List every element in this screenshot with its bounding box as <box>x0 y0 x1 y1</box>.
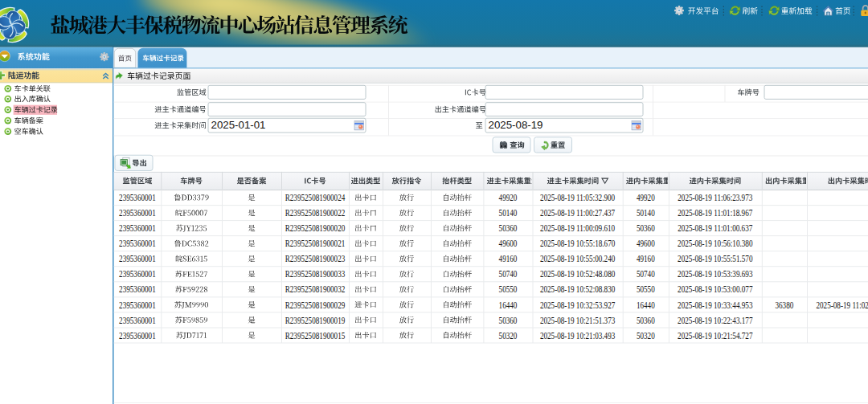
svg-text:2025-08-19 11:05:32.900: 2025-08-19 11:05:32.900 <box>540 192 615 203</box>
svg-text:2395360001: 2395360001 <box>119 329 156 341</box>
svg-text:50140: 50140 <box>499 207 518 218</box>
svg-text:50740: 50740 <box>637 268 655 280</box>
svg-text:50360: 50360 <box>499 222 518 234</box>
svg-text:2025-08-19 10:55:00.240: 2025-08-19 10:55:00.240 <box>540 253 615 264</box>
svg-text:2395360001: 2395360001 <box>119 284 156 295</box>
svg-text:2395360001: 2395360001 <box>119 299 156 310</box>
svg-text:R239525081900015: R239525081900015 <box>285 329 346 341</box>
svg-text:R239525081900020: R239525081900020 <box>285 222 346 234</box>
svg-text:50550: 50550 <box>499 284 518 295</box>
svg-text:50550: 50550 <box>637 284 655 295</box>
svg-text:2025-08-19 10:53:39.693: 2025-08-19 10:53:39.693 <box>678 268 752 280</box>
svg-text:R239525081900032: R239525081900032 <box>285 284 346 295</box>
svg-text:50140: 50140 <box>637 207 655 218</box>
svg-text:R239525081900022: R239525081900022 <box>285 207 346 218</box>
svg-text:49600: 49600 <box>499 238 518 249</box>
svg-text:R239525081900029: R239525081900029 <box>285 299 346 310</box>
svg-text:2025-08-19 10:56:10.380: 2025-08-19 10:56:10.380 <box>678 238 752 249</box>
svg-text:2025-01-01: 2025-01-01 <box>211 119 266 131</box>
svg-text:2025-08-19 11:02:36.000: 2025-08-19 11:02:36.000 <box>816 299 868 310</box>
svg-text:2025-08-19 11:01:18.967: 2025-08-19 11:01:18.967 <box>678 207 753 218</box>
svg-text:2025-08-19 11:01:00.637: 2025-08-19 11:01:00.637 <box>678 222 753 234</box>
svg-text:36380: 36380 <box>775 299 793 310</box>
svg-text:2025-08-19 10:22:43.177: 2025-08-19 10:22:43.177 <box>678 314 753 325</box>
svg-text:50320: 50320 <box>499 329 518 341</box>
svg-text:2025-08-19: 2025-08-19 <box>489 119 543 131</box>
svg-text:2025-08-19 10:55:51.570: 2025-08-19 10:55:51.570 <box>678 253 752 264</box>
svg-text:50320: 50320 <box>637 329 655 341</box>
svg-text:2025-08-19 10:52:08.830: 2025-08-19 10:52:08.830 <box>540 284 615 295</box>
svg-text:R239525081900033: R239525081900033 <box>285 268 346 280</box>
svg-text:2395360001: 2395360001 <box>119 268 156 280</box>
svg-text:16440: 16440 <box>499 299 518 310</box>
svg-text:49160: 49160 <box>499 253 518 264</box>
svg-text:2025-08-19 10:33:44.953: 2025-08-19 10:33:44.953 <box>678 299 752 310</box>
svg-text:16440: 16440 <box>637 299 655 310</box>
svg-text:R239525081900023: R239525081900023 <box>285 253 346 264</box>
svg-text:2395360001: 2395360001 <box>119 192 156 203</box>
svg-text:R239525081900024: R239525081900024 <box>285 192 346 203</box>
svg-text:49160: 49160 <box>637 253 655 264</box>
svg-text:2395360001: 2395360001 <box>119 238 156 249</box>
svg-text:2395360001: 2395360001 <box>119 207 156 218</box>
svg-text:2025-08-19 10:52:48.080: 2025-08-19 10:52:48.080 <box>540 268 615 280</box>
svg-text:50360: 50360 <box>499 314 518 325</box>
svg-text:2025-08-19 10:32:53.927: 2025-08-19 10:32:53.927 <box>540 299 616 310</box>
svg-text:49600: 49600 <box>637 238 655 249</box>
svg-text:2025-08-19 10:21:03.493: 2025-08-19 10:21:03.493 <box>540 329 615 341</box>
svg-text:49920: 49920 <box>499 192 518 203</box>
svg-text:50740: 50740 <box>499 268 518 280</box>
svg-text:2025-08-19 11:00:27.437: 2025-08-19 11:00:27.437 <box>540 207 616 218</box>
svg-text:2025-08-19 10:55:18.670: 2025-08-19 10:55:18.670 <box>540 238 615 249</box>
svg-text:2395360001: 2395360001 <box>119 222 156 234</box>
svg-text:2025-08-19 10:21:54.727: 2025-08-19 10:21:54.727 <box>678 329 753 341</box>
svg-text:2025-08-19 10:21:51.373: 2025-08-19 10:21:51.373 <box>540 314 615 325</box>
svg-text:2025-08-19 10:53:00.077: 2025-08-19 10:53:00.077 <box>678 284 753 295</box>
svg-text:50360: 50360 <box>637 222 655 234</box>
svg-text:R239525081900021: R239525081900021 <box>285 238 346 249</box>
svg-text:50360: 50360 <box>637 314 655 325</box>
svg-text:2395360001: 2395360001 <box>119 314 156 325</box>
svg-text:R239525081900019: R239525081900019 <box>285 314 346 325</box>
svg-text:2025-08-19 11:06:23.973: 2025-08-19 11:06:23.973 <box>678 192 752 203</box>
svg-text:2395360001: 2395360001 <box>119 253 156 264</box>
svg-text:49920: 49920 <box>637 192 655 203</box>
svg-text:2025-08-19 11:00:09.610: 2025-08-19 11:00:09.610 <box>540 222 615 234</box>
